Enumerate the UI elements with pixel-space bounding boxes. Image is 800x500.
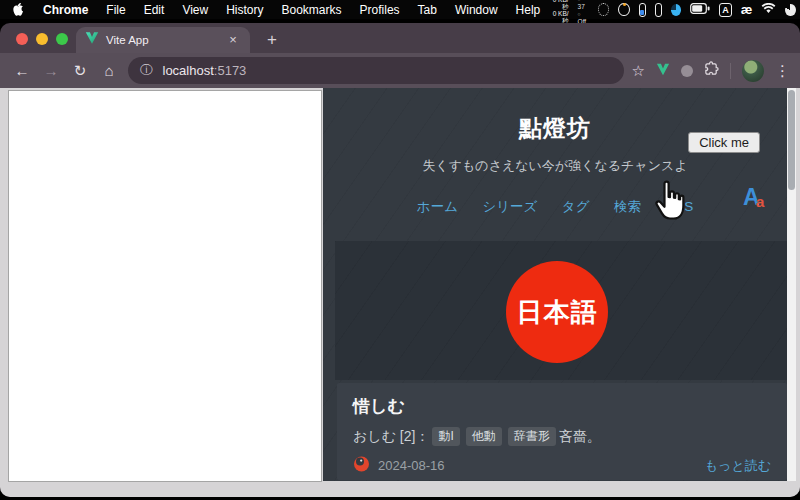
back-icon[interactable]: ← xyxy=(10,59,34,83)
hero-red-circle: 日本語 xyxy=(506,261,608,363)
font-switcher-icon[interactable]: A a xyxy=(743,184,773,212)
article-title[interactable]: 惜しむ xyxy=(353,395,771,418)
tab-close-icon[interactable]: × xyxy=(225,32,241,48)
chrome-window: Vite App × + ← → ↻ ⌂ ⓘ localhost:5173 ☆ … xyxy=(0,23,800,497)
reload-icon[interactable]: ↻ xyxy=(68,59,92,83)
site-panel: 點燈坊 Click me 失くすものさえない今が強くなるチャンスよ ホーム シリ… xyxy=(323,88,787,481)
camera-status-icon[interactable] xyxy=(618,3,629,16)
menu-chrome[interactable]: Chrome xyxy=(34,3,97,17)
menu-help[interactable]: Help xyxy=(507,3,550,17)
menu-tab[interactable]: Tab xyxy=(409,3,446,17)
menu-bookmarks[interactable]: Bookmarks xyxy=(273,3,351,17)
toolbar-divider xyxy=(730,63,731,79)
article-reading: おしむ [2]： xyxy=(353,428,429,446)
browser-tab-vite-app[interactable]: Vite App × xyxy=(76,27,250,53)
wifi-icon[interactable] xyxy=(761,3,776,17)
tag-badge-transitive: 他動 xyxy=(466,427,502,446)
extensions-puzzle-icon[interactable] xyxy=(704,61,719,80)
page-viewport: 點燈坊 Click me 失くすものさえない今が強くなるチャンスよ ホーム シリ… xyxy=(0,88,800,497)
chrome-menu-icon[interactable]: ⋮ xyxy=(775,62,790,80)
site-info-icon[interactable]: ⓘ xyxy=(140,62,153,79)
input-source-icon[interactable]: A xyxy=(719,3,731,17)
read-more-link[interactable]: もっと読む xyxy=(705,457,771,475)
dotted-circle-icon[interactable] xyxy=(598,3,609,16)
maximize-window-button[interactable] xyxy=(56,33,68,45)
close-window-button[interactable] xyxy=(16,33,28,45)
minimize-window-button[interactable] xyxy=(36,33,48,45)
menu-profiles[interactable]: Profiles xyxy=(351,3,409,17)
network-speed-indicator[interactable]: 0 KB/秒 0 KB/秒 xyxy=(549,0,568,24)
tab-title: Vite App xyxy=(106,34,149,46)
macos-menubar: Chrome File Edit View History Bookmarks … xyxy=(0,0,800,19)
article-date: 2024-08-16 xyxy=(378,458,445,473)
article-gloss: 吝嗇。 xyxy=(559,428,601,446)
ae-input-icon[interactable]: æ xyxy=(741,4,753,16)
tag-badge-verb-group: 動I xyxy=(432,427,459,446)
bookmark-star-icon[interactable]: ☆ xyxy=(632,62,645,80)
home-icon[interactable]: ⌂ xyxy=(97,59,121,83)
nav-tags[interactable]: タグ xyxy=(562,199,590,214)
nav-search[interactable]: 検索 xyxy=(614,199,641,214)
sensor-gauge-indicator[interactable]: 37 Off xyxy=(578,0,589,25)
article-meta: 2024-08-16 もっと読む xyxy=(353,455,771,476)
time-tracker-pie-icon[interactable] xyxy=(671,4,681,16)
scrollbar-thumb[interactable] xyxy=(788,90,795,190)
battery-pill-icon[interactable] xyxy=(639,3,646,17)
menu-history[interactable]: History xyxy=(217,3,272,17)
menu-file[interactable]: File xyxy=(97,3,134,17)
article-summary: おしむ [2]： 動I 他動 辞書形 吝嗇。 xyxy=(353,427,771,446)
new-tab-button[interactable]: + xyxy=(260,28,284,52)
hero-cover: 日本語 xyxy=(335,241,787,380)
menu-edit[interactable]: Edit xyxy=(135,3,174,17)
nav-series[interactable]: シリーズ xyxy=(482,199,537,214)
click-me-button[interactable]: Click me xyxy=(688,132,760,153)
menu-window[interactable]: Window xyxy=(446,3,507,17)
article-card: 惜しむ おしむ [2]： 動I 他動 辞書形 吝嗇。 2024-08-16 もっ… xyxy=(337,383,787,480)
forward-icon[interactable]: → xyxy=(39,59,63,83)
author-avatar-icon xyxy=(353,455,370,476)
battery-pill-icon-2[interactable] xyxy=(655,3,662,17)
tag-badge-dictionary-form: 辞書形 xyxy=(508,427,556,446)
vite-favicon xyxy=(85,31,99,49)
page-scrollbar[interactable] xyxy=(787,88,796,481)
site-subtitle: 失くすものさえない今が強くなるチャンスよ xyxy=(323,157,787,175)
apple-menu-icon[interactable] xyxy=(12,3,24,17)
vite-extension-icon[interactable] xyxy=(656,62,670,80)
hero-badge-text: 日本語 xyxy=(517,295,598,330)
extension-dot-icon[interactable] xyxy=(681,65,693,77)
empty-left-panel xyxy=(8,90,322,482)
battery-icon[interactable] xyxy=(690,3,710,17)
app-fan-icon[interactable] xyxy=(785,4,795,16)
address-bar[interactable]: ⓘ localhost:5173 xyxy=(128,57,624,84)
url-text: localhost:5173 xyxy=(163,63,247,78)
site-nav: ホーム シリーズ タグ 検索 RSS xyxy=(323,197,787,216)
menu-view[interactable]: View xyxy=(173,3,217,17)
tab-strip: Vite App × + xyxy=(0,23,800,53)
cursor-pointer-icon xyxy=(652,180,688,228)
browser-toolbar: ← → ↻ ⌂ ⓘ localhost:5173 ☆ ⋮ xyxy=(0,53,800,88)
profile-avatar[interactable] xyxy=(742,60,764,82)
nav-home[interactable]: ホーム xyxy=(417,199,458,214)
